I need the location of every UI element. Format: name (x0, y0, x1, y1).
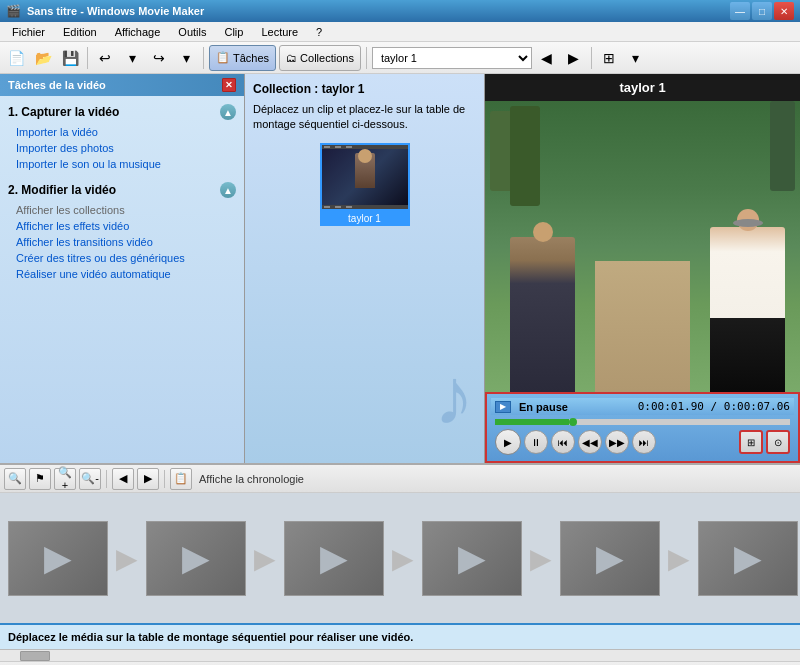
storyboard-arrow-2: ▶ (254, 542, 276, 575)
redo-dropdown[interactable]: ▾ (174, 46, 198, 70)
maximize-button[interactable]: □ (752, 2, 772, 20)
tl-next[interactable]: ▶ (137, 468, 159, 490)
collections-icon: 🗂 (286, 52, 297, 64)
storyboard-arrow-3: ▶ (392, 542, 414, 575)
create-titles-link[interactable]: Créer des titres ou des génériques (8, 250, 236, 266)
clip-item[interactable]: taylor 1 (253, 143, 476, 226)
person-right-hat (733, 219, 763, 227)
scroll-thumb[interactable] (20, 651, 50, 661)
task-list: 1. Capturer la vidéo ▲ Importer la vidéo… (0, 96, 244, 463)
preview-panel: taylor 1 ▶ (485, 74, 800, 463)
fullscreen-button[interactable]: ⊙ (766, 430, 790, 454)
new-button[interactable]: 📄 (4, 46, 28, 70)
film-strip-top (322, 145, 408, 149)
panel-title-bar: Tâches de la vidéo ✕ (0, 74, 244, 96)
split-button[interactable]: ⊞ (739, 430, 763, 454)
app-icon: 🎬 (6, 4, 21, 18)
collection-dropdown[interactable]: taylor 1 (372, 47, 532, 69)
import-sound-link[interactable]: Importer le son ou la musique (8, 156, 236, 172)
minimize-button[interactable]: — (730, 2, 750, 20)
next-frame-button[interactable]: ⏭ (632, 430, 656, 454)
next-collection-button[interactable]: ▶ (562, 46, 586, 70)
clip-thumbnail (320, 143, 410, 211)
clip-head (358, 149, 372, 163)
panel-close-button[interactable]: ✕ (222, 78, 236, 92)
rewind-button[interactable]: ◀◀ (578, 430, 602, 454)
story-arrow-3: ▶ (320, 537, 348, 579)
menu-fichier[interactable]: Fichier (4, 25, 53, 39)
video-effects-link[interactable]: Afficher les effets vidéo (8, 218, 236, 234)
tree-left2 (510, 106, 540, 206)
tl-separator (106, 470, 107, 488)
prev-frame-button[interactable]: ⏮ (551, 430, 575, 454)
storyboard-frame-6[interactable]: ▶ (698, 521, 798, 596)
time-separator: / (711, 400, 724, 413)
menu-help[interactable]: ? (308, 25, 330, 39)
storyboard-frame-2[interactable]: ▶ (146, 521, 246, 596)
import-photos-link[interactable]: Importer des photos (8, 140, 236, 156)
horizontal-scrollbar[interactable] (0, 649, 800, 661)
storyboard-frame-3[interactable]: ▶ (284, 521, 384, 596)
collections-label: Collections (300, 52, 354, 64)
toolbar: 📄 📂 💾 ↩ ▾ ↪ ▾ 📋 Tâches 🗂 Collections tay… (0, 42, 800, 74)
menu-lecture[interactable]: Lecture (253, 25, 306, 39)
clip-label: taylor 1 (320, 211, 410, 226)
tl-zoom-in[interactable]: 🔍+ (54, 468, 76, 490)
storyboard-frame-4[interactable]: ▶ (422, 521, 522, 596)
separator-3 (366, 47, 367, 69)
auto-video-link[interactable]: Réaliser une vidéo automatique (8, 266, 236, 282)
taches-button[interactable]: 📋 Tâches (209, 45, 276, 71)
import-video-link[interactable]: Importer la vidéo (8, 124, 236, 140)
progress-indicator (569, 418, 577, 426)
collections-button[interactable]: 🗂 Collections (279, 45, 361, 71)
close-button[interactable]: ✕ (774, 2, 794, 20)
person-right (710, 227, 785, 392)
play-button[interactable]: ▶ (495, 429, 521, 455)
tl-prev[interactable]: ◀ (112, 468, 134, 490)
tree-right (770, 101, 795, 191)
menu-edition[interactable]: Edition (55, 25, 105, 39)
timeline-toolbar: 🔍 ⚑ 🔍+ 🔍- ◀ ▶ 📋 Affiche la chronologie (0, 465, 800, 493)
collection-description: Déplacez un clip et placez-le sur la tab… (253, 102, 476, 133)
menu-affichage[interactable]: Affichage (107, 25, 169, 39)
grid-button[interactable]: ⊞ (597, 46, 621, 70)
section1-icon: ▲ (220, 104, 236, 120)
tl-zoom-out[interactable]: 🔍- (79, 468, 101, 490)
fast-forward-button[interactable]: ▶▶ (605, 430, 629, 454)
redo-button[interactable]: ↪ (147, 46, 171, 70)
taches-icon: 📋 (216, 51, 230, 64)
middle-panel: Collection : taylor 1 Déplacez un clip e… (245, 74, 485, 463)
storyboard-frame-5[interactable]: ▶ (560, 521, 660, 596)
preview-video (485, 101, 800, 392)
section2-header: 2. Modifier la vidéo ▲ (8, 182, 236, 198)
menu-clip[interactable]: Clip (216, 25, 251, 39)
pause-button[interactable]: ⏸ (524, 430, 548, 454)
prev-collection-button[interactable]: ◀ (535, 46, 559, 70)
menu-bar: Fichier Edition Affichage Outils Clip Le… (0, 22, 800, 42)
story-arrow-6: ▶ (734, 537, 762, 579)
clip-thumbnail-inner (322, 145, 408, 209)
storyboard-frame-1[interactable]: ▶ (8, 521, 108, 596)
panel-title: Tâches de la vidéo (8, 79, 106, 91)
timeline-label: Affiche la chronologie (199, 473, 304, 485)
open-button[interactable]: 📂 (31, 46, 55, 70)
tl-btn-2[interactable]: ⚑ (29, 468, 51, 490)
undo-dropdown[interactable]: ▾ (120, 46, 144, 70)
left-panel: Tâches de la vidéo ✕ 1. Capturer la vidé… (0, 74, 245, 463)
show-collections-label: Afficher les collections (8, 202, 236, 218)
taches-label: Tâches (233, 52, 269, 64)
person-left (510, 237, 575, 392)
section2-icon: ▲ (220, 182, 236, 198)
tl-storyboard[interactable]: 📋 (170, 468, 192, 490)
story-arrow-4: ▶ (458, 537, 486, 579)
video-transitions-link[interactable]: Afficher les transitions vidéo (8, 234, 236, 250)
main-area: Tâches de la vidéo ✕ 1. Capturer la vidé… (0, 74, 800, 464)
save-button[interactable]: 💾 (58, 46, 82, 70)
grid-dropdown[interactable]: ▾ (624, 46, 648, 70)
menu-outils[interactable]: Outils (170, 25, 214, 39)
undo-button[interactable]: ↩ (93, 46, 117, 70)
preview-controls: ▶ En pause 0:00:01.90 / 0:00:07.06 ▶ ⏸ ⏮ (485, 392, 800, 463)
progress-bar-container[interactable] (495, 419, 790, 425)
tl-btn-1[interactable]: 🔍 (4, 468, 26, 490)
timeline-status: Déplacez le média sur la table de montag… (0, 623, 800, 649)
